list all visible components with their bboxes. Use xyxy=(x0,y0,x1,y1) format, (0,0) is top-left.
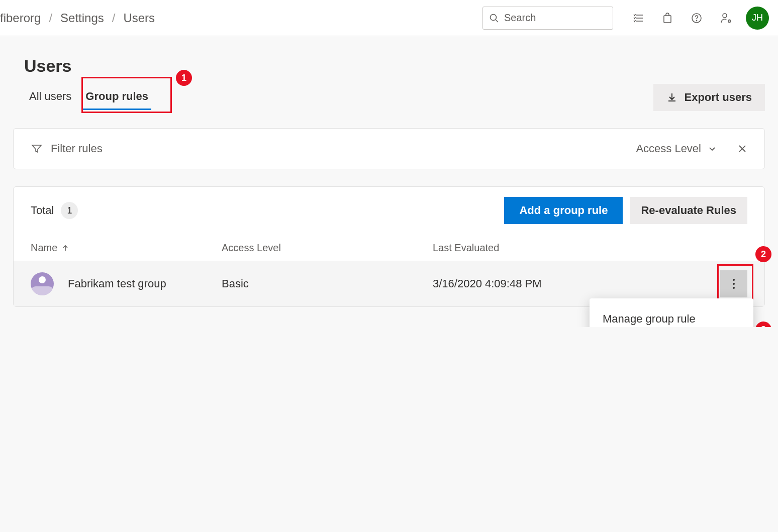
table-row[interactable]: Fabrikam test group Basic 3/16/2020 4:09… xyxy=(14,261,764,306)
export-users-label: Export users xyxy=(685,91,752,104)
context-menu: Manage group rule Manage members Remove xyxy=(590,298,753,327)
close-icon[interactable] xyxy=(737,144,747,154)
filter-rules[interactable]: Filter rules xyxy=(31,142,103,155)
breadcrumb: fiberorg / Settings / Users xyxy=(0,11,155,25)
tab-group-rules[interactable]: Group rules xyxy=(78,85,155,110)
svg-point-8 xyxy=(723,14,727,18)
annotation-badge-3: 3 xyxy=(755,322,771,327)
rules-table-card: Total 1 Add a group rule Re-evaluate Rul… xyxy=(13,186,765,307)
breadcrumb-settings[interactable]: Settings xyxy=(60,11,104,25)
shopping-icon[interactable] xyxy=(661,12,673,24)
chevron-down-icon xyxy=(707,144,717,154)
table-header-row: Total 1 Add a group rule Re-evaluate Rul… xyxy=(14,187,764,233)
search-box[interactable] xyxy=(482,7,613,30)
search-input[interactable] xyxy=(504,12,607,24)
total-label: Total xyxy=(31,204,54,217)
avatar[interactable]: JH xyxy=(746,7,769,30)
search-icon xyxy=(489,13,499,23)
total-count: Total 1 xyxy=(31,202,78,219)
top-icons xyxy=(632,12,733,25)
svg-point-17 xyxy=(733,287,735,289)
breadcrumb-sep: / xyxy=(49,11,52,25)
main-content: Users All users Group rules 1 Export use… xyxy=(0,36,778,327)
svg-rect-5 xyxy=(664,16,671,23)
page-title: Users xyxy=(24,56,765,76)
user-settings-icon[interactable] xyxy=(720,12,733,25)
col-name-label: Name xyxy=(31,242,57,254)
group-icon xyxy=(31,272,54,295)
col-last-header[interactable]: Last Evaluated xyxy=(433,242,747,254)
row-name: Fabrikam test group xyxy=(68,277,222,290)
svg-point-7 xyxy=(696,20,697,21)
filter-bar: Filter rules Access Level xyxy=(13,128,765,169)
breadcrumb-sep: / xyxy=(112,11,116,25)
add-group-rule-button[interactable]: Add a group rule xyxy=(504,197,623,224)
download-icon xyxy=(666,92,677,103)
svg-point-16 xyxy=(733,283,735,285)
filter-icon xyxy=(31,143,43,155)
breadcrumb-org[interactable]: fiberorg xyxy=(0,11,41,25)
column-headers: Name Access Level Last Evaluated xyxy=(14,233,764,261)
breadcrumb-users[interactable]: Users xyxy=(123,11,155,25)
tabs-row: All users Group rules 1 Export users xyxy=(22,84,765,111)
row-last-evaluated: 3/16/2020 4:09:48 PM xyxy=(433,277,720,290)
filter-rules-label: Filter rules xyxy=(51,142,103,155)
svg-line-1 xyxy=(496,20,499,22)
row-access: Basic xyxy=(222,277,433,290)
total-badge: 1 xyxy=(61,202,78,219)
sort-up-icon xyxy=(61,244,69,252)
tab-all-users[interactable]: All users xyxy=(22,85,78,110)
help-icon[interactable] xyxy=(691,12,703,24)
svg-point-15 xyxy=(733,279,735,281)
svg-point-0 xyxy=(491,14,497,20)
top-bar: fiberorg / Settings / Users JH xyxy=(0,0,778,36)
more-vertical-icon xyxy=(732,278,735,290)
more-actions-button[interactable] xyxy=(720,270,747,297)
col-access-header[interactable]: Access Level xyxy=(222,242,433,254)
reevaluate-rules-button[interactable]: Re-evaluate Rules xyxy=(630,197,747,224)
menu-manage-group-rule[interactable]: Manage group rule xyxy=(590,302,753,327)
export-users-button[interactable]: Export users xyxy=(653,84,765,111)
list-icon[interactable] xyxy=(632,12,644,24)
access-level-dropdown[interactable]: Access Level xyxy=(636,142,717,155)
col-name-header[interactable]: Name xyxy=(31,242,222,254)
access-level-label: Access Level xyxy=(636,142,701,155)
